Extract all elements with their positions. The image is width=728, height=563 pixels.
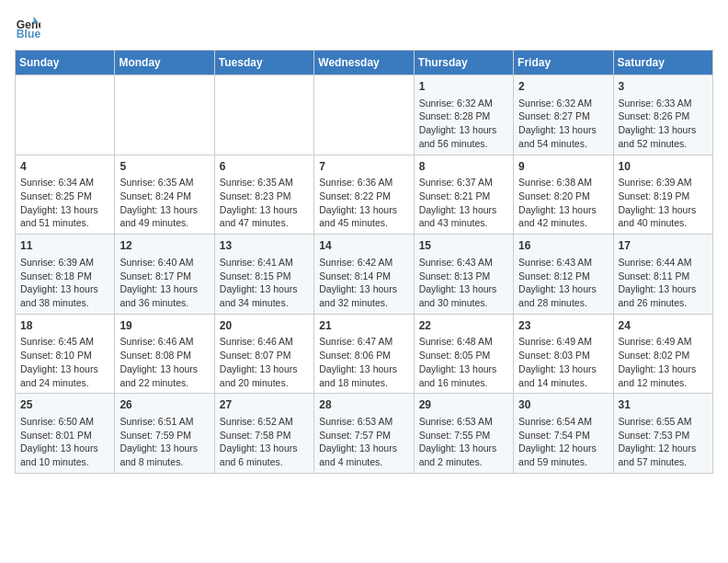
day-info: Daylight: 12 hours and 57 minutes. (619, 442, 708, 468)
day-info: Daylight: 13 hours and 54 minutes. (518, 123, 608, 150)
weekday-header-row: SundayMondayTuesdayWednesdayThursdayFrid… (16, 51, 713, 75)
day-number: 29 (419, 397, 508, 413)
day-info: Daylight: 13 hours and 56 minutes. (419, 123, 508, 150)
day-number: 22 (419, 318, 508, 334)
day-number: 7 (319, 159, 408, 175)
day-info: Sunrise: 6:37 AM (419, 176, 508, 190)
day-info: Sunset: 8:23 PM (220, 190, 309, 203)
day-info: Sunrise: 6:36 AM (319, 176, 408, 190)
calendar-cell: 28Sunrise: 6:53 AMSunset: 7:57 PMDayligh… (314, 394, 414, 474)
day-number: 24 (619, 318, 708, 334)
day-number: 28 (319, 397, 408, 413)
weekday-header-tuesday: Tuesday (214, 51, 313, 75)
day-number: 27 (220, 397, 309, 413)
calendar-cell: 4Sunrise: 6:34 AMSunset: 8:25 PMDaylight… (16, 155, 115, 235)
day-number: 21 (319, 318, 408, 334)
day-info: Daylight: 13 hours and 10 minutes. (20, 442, 109, 468)
day-number: 2 (518, 79, 608, 95)
day-info: Sunset: 8:27 PM (518, 109, 608, 123)
week-row-2: 4Sunrise: 6:34 AMSunset: 8:25 PMDaylight… (16, 155, 713, 235)
calendar-cell: 21Sunrise: 6:47 AMSunset: 8:06 PMDayligh… (314, 314, 414, 394)
calendar-cell: 11Sunrise: 6:39 AMSunset: 8:18 PMDayligh… (16, 235, 115, 315)
day-info: Sunset: 8:07 PM (220, 349, 309, 362)
day-info: Sunrise: 6:52 AM (220, 415, 309, 429)
calendar-cell (16, 75, 115, 155)
calendar-cell: 26Sunrise: 6:51 AMSunset: 7:59 PMDayligh… (115, 394, 214, 474)
calendar-cell: 5Sunrise: 6:35 AMSunset: 8:24 PMDaylight… (115, 155, 214, 235)
calendar-cell: 8Sunrise: 6:37 AMSunset: 8:21 PMDaylight… (414, 155, 513, 235)
day-info: Daylight: 13 hours and 6 minutes. (220, 442, 309, 468)
day-info: Daylight: 13 hours and 47 minutes. (220, 203, 309, 230)
day-info: Sunset: 8:15 PM (220, 270, 309, 283)
calendar-cell: 23Sunrise: 6:49 AMSunset: 8:03 PMDayligh… (514, 314, 613, 394)
calendar-cell: 3Sunrise: 6:33 AMSunset: 8:26 PMDaylight… (613, 75, 712, 155)
day-info: Daylight: 13 hours and 16 minutes. (419, 362, 508, 389)
day-number: 5 (119, 159, 209, 175)
day-number: 17 (619, 238, 708, 254)
day-number: 19 (119, 318, 209, 334)
day-info: Daylight: 13 hours and 12 minutes. (619, 362, 708, 389)
day-info: Sunrise: 6:41 AM (220, 256, 309, 270)
calendar-cell: 2Sunrise: 6:32 AMSunset: 8:27 PMDaylight… (514, 75, 613, 155)
calendar-cell: 29Sunrise: 6:53 AMSunset: 7:55 PMDayligh… (414, 394, 513, 474)
day-info: Sunrise: 6:35 AM (220, 176, 309, 190)
week-row-4: 18Sunrise: 6:45 AMSunset: 8:10 PMDayligh… (16, 314, 713, 394)
day-info: Sunset: 8:25 PM (20, 190, 109, 203)
day-info: Daylight: 13 hours and 42 minutes. (518, 203, 608, 230)
day-info: Sunset: 8:01 PM (20, 429, 109, 442)
page-header: General Blue (15, 15, 713, 40)
day-info: Daylight: 13 hours and 45 minutes. (319, 203, 408, 230)
day-info: Sunrise: 6:49 AM (518, 335, 608, 349)
day-number: 4 (20, 159, 109, 175)
calendar-body: 1Sunrise: 6:32 AMSunset: 8:28 PMDaylight… (16, 75, 713, 474)
day-info: Daylight: 13 hours and 2 minutes. (419, 442, 508, 468)
calendar-table: SundayMondayTuesdayWednesdayThursdayFrid… (15, 50, 713, 474)
day-info: Daylight: 13 hours and 38 minutes. (20, 282, 109, 309)
day-info: Sunset: 7:55 PM (419, 429, 508, 442)
day-info: Daylight: 13 hours and 49 minutes. (119, 203, 209, 230)
day-info: Sunrise: 6:48 AM (419, 335, 508, 349)
day-info: Sunrise: 6:35 AM (119, 176, 209, 190)
day-info: Sunrise: 6:55 AM (619, 415, 708, 429)
day-info: Daylight: 13 hours and 36 minutes. (119, 282, 209, 309)
day-number: 25 (20, 397, 109, 413)
day-info: Sunrise: 6:53 AM (319, 415, 408, 429)
day-number: 8 (419, 159, 508, 175)
calendar-cell: 7Sunrise: 6:36 AMSunset: 8:22 PMDaylight… (314, 155, 414, 235)
calendar-cell: 10Sunrise: 6:39 AMSunset: 8:19 PMDayligh… (613, 155, 712, 235)
day-number: 11 (20, 238, 109, 254)
calendar-cell: 15Sunrise: 6:43 AMSunset: 8:13 PMDayligh… (414, 235, 513, 315)
day-info: Daylight: 13 hours and 20 minutes. (220, 362, 309, 389)
day-number: 16 (518, 238, 608, 254)
day-info: Daylight: 13 hours and 43 minutes. (419, 203, 508, 230)
day-info: Sunrise: 6:50 AM (20, 415, 109, 429)
day-info: Sunset: 7:59 PM (119, 429, 209, 442)
day-number: 9 (518, 159, 608, 175)
day-info: Sunrise: 6:34 AM (20, 176, 109, 190)
calendar-cell: 25Sunrise: 6:50 AMSunset: 8:01 PMDayligh… (16, 394, 115, 474)
calendar-cell (214, 75, 313, 155)
day-info: Sunrise: 6:44 AM (619, 256, 708, 270)
calendar-cell: 9Sunrise: 6:38 AMSunset: 8:20 PMDaylight… (514, 155, 613, 235)
day-info: Daylight: 13 hours and 32 minutes. (319, 282, 408, 309)
day-info: Sunrise: 6:51 AM (119, 415, 209, 429)
day-info: Sunset: 7:57 PM (319, 429, 408, 442)
week-row-5: 25Sunrise: 6:50 AMSunset: 8:01 PMDayligh… (16, 394, 713, 474)
day-info: Sunset: 8:21 PM (419, 190, 508, 203)
weekday-header-monday: Monday (115, 51, 214, 75)
day-info: Daylight: 13 hours and 4 minutes. (319, 442, 408, 468)
calendar-cell: 16Sunrise: 6:43 AMSunset: 8:12 PMDayligh… (514, 235, 613, 315)
day-info: Sunset: 8:03 PM (518, 349, 608, 362)
day-info: Daylight: 13 hours and 51 minutes. (20, 203, 109, 230)
day-info: Sunrise: 6:46 AM (119, 335, 209, 349)
calendar-cell: 12Sunrise: 6:40 AMSunset: 8:17 PMDayligh… (115, 235, 214, 315)
svg-text:Blue: Blue (17, 28, 40, 40)
day-info: Daylight: 12 hours and 59 minutes. (518, 442, 608, 468)
day-info: Sunrise: 6:43 AM (419, 256, 508, 270)
day-info: Sunset: 7:54 PM (518, 429, 608, 442)
calendar-cell: 22Sunrise: 6:48 AMSunset: 8:05 PMDayligh… (414, 314, 513, 394)
day-info: Sunrise: 6:49 AM (619, 335, 708, 349)
calendar-cell: 6Sunrise: 6:35 AMSunset: 8:23 PMDaylight… (214, 155, 313, 235)
day-info: Sunrise: 6:32 AM (518, 97, 608, 110)
day-info: Sunrise: 6:40 AM (119, 256, 209, 270)
